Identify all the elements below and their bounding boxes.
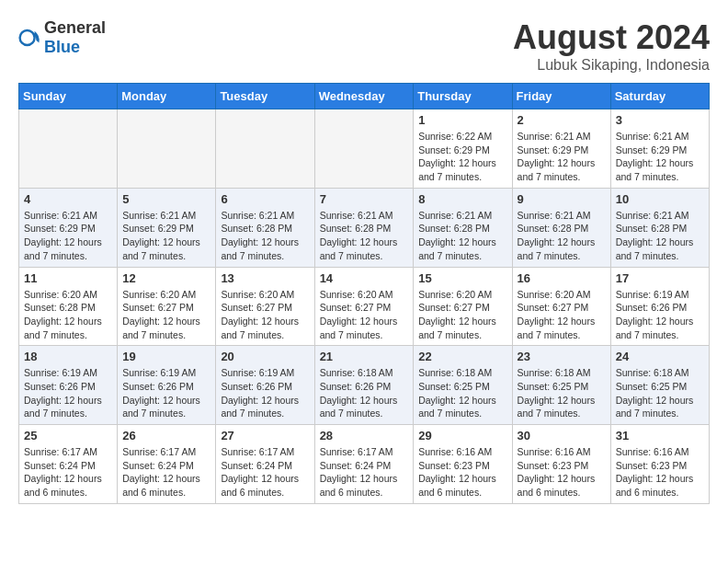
calendar-cell: 27Sunrise: 6:17 AMSunset: 6:24 PMDayligh… — [216, 425, 314, 504]
day-info: Sunrise: 6:20 AMSunset: 6:27 PMDaylight:… — [122, 288, 210, 342]
calendar-cell: 24Sunrise: 6:18 AMSunset: 6:25 PMDayligh… — [610, 346, 709, 425]
day-info: Sunrise: 6:17 AMSunset: 6:24 PMDaylight:… — [221, 445, 309, 500]
weekday-header-row: SundayMondayTuesdayWednesdayThursdayFrid… — [19, 84, 710, 109]
day-number: 9 — [518, 192, 606, 206]
day-info: Sunrise: 6:20 AMSunset: 6:27 PMDaylight:… — [418, 288, 506, 342]
logo-text: General Blue — [44, 18, 106, 57]
day-info: Sunrise: 6:21 AMSunset: 6:28 PMDaylight:… — [418, 209, 506, 263]
day-number: 14 — [320, 271, 409, 285]
calendar-cell: 16Sunrise: 6:20 AMSunset: 6:27 PMDayligh… — [512, 267, 610, 346]
calendar-cell — [118, 109, 216, 189]
calendar-cell: 30Sunrise: 6:16 AMSunset: 6:23 PMDayligh… — [512, 425, 610, 504]
day-number: 6 — [221, 192, 309, 206]
calendar-week-5: 25Sunrise: 6:17 AMSunset: 6:24 PMDayligh… — [19, 425, 710, 504]
day-number: 10 — [616, 192, 704, 206]
weekday-header-monday: Monday — [118, 84, 216, 109]
calendar-cell: 15Sunrise: 6:20 AMSunset: 6:27 PMDayligh… — [414, 267, 512, 346]
day-number: 17 — [616, 271, 704, 285]
location: Lubuk Sikaping, Indonesia — [513, 57, 710, 74]
month-year: August 2024 — [513, 18, 710, 57]
calendar-cell: 31Sunrise: 6:16 AMSunset: 6:23 PMDayligh… — [610, 425, 709, 504]
day-number: 23 — [518, 350, 606, 363]
calendar-cell — [216, 109, 314, 189]
day-info: Sunrise: 6:21 AMSunset: 6:29 PMDaylight:… — [616, 130, 704, 184]
calendar-cell: 26Sunrise: 6:17 AMSunset: 6:24 PMDayligh… — [118, 425, 216, 504]
day-info: Sunrise: 6:20 AMSunset: 6:27 PMDaylight:… — [320, 288, 409, 342]
calendar-cell: 13Sunrise: 6:20 AMSunset: 6:27 PMDayligh… — [216, 267, 314, 346]
title-block: August 2024 Lubuk Sikaping, Indonesia — [513, 18, 710, 74]
day-info: Sunrise: 6:16 AMSunset: 6:23 PMDaylight:… — [418, 445, 506, 500]
day-info: Sunrise: 6:16 AMSunset: 6:23 PMDaylight:… — [518, 445, 606, 500]
calendar-week-2: 4Sunrise: 6:21 AMSunset: 6:29 PMDaylight… — [19, 188, 710, 267]
day-number: 16 — [518, 271, 606, 285]
day-info: Sunrise: 6:21 AMSunset: 6:28 PMDaylight:… — [616, 209, 704, 263]
day-info: Sunrise: 6:21 AMSunset: 6:29 PMDaylight:… — [24, 209, 112, 263]
calendar-cell: 5Sunrise: 6:21 AMSunset: 6:29 PMDaylight… — [118, 188, 216, 267]
day-info: Sunrise: 6:17 AMSunset: 6:24 PMDaylight:… — [122, 445, 210, 500]
day-info: Sunrise: 6:20 AMSunset: 6:27 PMDaylight:… — [518, 288, 606, 342]
page-header: General Blue August 2024 Lubuk Sikaping,… — [18, 18, 710, 74]
day-number: 25 — [24, 429, 112, 442]
calendar-cell: 14Sunrise: 6:20 AMSunset: 6:27 PMDayligh… — [314, 267, 414, 346]
day-number: 30 — [518, 429, 606, 442]
weekday-header-wednesday: Wednesday — [314, 84, 414, 109]
day-info: Sunrise: 6:18 AMSunset: 6:26 PMDaylight:… — [320, 366, 409, 420]
calendar-cell: 23Sunrise: 6:18 AMSunset: 6:25 PMDayligh… — [512, 346, 610, 425]
weekday-header-saturday: Saturday — [610, 84, 709, 109]
calendar-cell: 18Sunrise: 6:19 AMSunset: 6:26 PMDayligh… — [19, 346, 118, 425]
day-info: Sunrise: 6:20 AMSunset: 6:28 PMDaylight:… — [24, 288, 112, 342]
calendar-cell: 8Sunrise: 6:21 AMSunset: 6:28 PMDaylight… — [414, 188, 512, 267]
calendar-cell: 6Sunrise: 6:21 AMSunset: 6:28 PMDaylight… — [216, 188, 314, 267]
calendar-cell — [314, 109, 414, 189]
calendar-table: SundayMondayTuesdayWednesdayThursdayFrid… — [18, 83, 710, 504]
calendar-cell: 28Sunrise: 6:17 AMSunset: 6:24 PMDayligh… — [314, 425, 414, 504]
day-info: Sunrise: 6:20 AMSunset: 6:27 PMDaylight:… — [221, 288, 309, 342]
calendar-cell: 4Sunrise: 6:21 AMSunset: 6:29 PMDaylight… — [19, 188, 118, 267]
day-info: Sunrise: 6:19 AMSunset: 6:26 PMDaylight:… — [122, 366, 210, 420]
day-number: 21 — [320, 350, 409, 363]
day-number: 26 — [122, 429, 210, 442]
day-number: 18 — [24, 350, 112, 363]
day-info: Sunrise: 6:21 AMSunset: 6:29 PMDaylight:… — [122, 209, 210, 263]
day-number: 27 — [221, 429, 309, 442]
calendar-cell: 29Sunrise: 6:16 AMSunset: 6:23 PMDayligh… — [414, 425, 512, 504]
calendar-week-1: 1Sunrise: 6:22 AMSunset: 6:29 PMDaylight… — [19, 109, 710, 189]
day-number: 24 — [616, 350, 704, 363]
day-info: Sunrise: 6:22 AMSunset: 6:29 PMDaylight:… — [418, 130, 506, 184]
day-info: Sunrise: 6:18 AMSunset: 6:25 PMDaylight:… — [518, 366, 606, 420]
calendar-cell: 25Sunrise: 6:17 AMSunset: 6:24 PMDayligh… — [19, 425, 118, 504]
calendar-cell: 11Sunrise: 6:20 AMSunset: 6:28 PMDayligh… — [19, 267, 118, 346]
calendar-cell: 3Sunrise: 6:21 AMSunset: 6:29 PMDaylight… — [610, 109, 709, 189]
day-info: Sunrise: 6:16 AMSunset: 6:23 PMDaylight:… — [616, 445, 704, 500]
svg-point-0 — [20, 30, 35, 45]
calendar-week-4: 18Sunrise: 6:19 AMSunset: 6:26 PMDayligh… — [19, 346, 710, 425]
day-number: 13 — [221, 271, 309, 285]
day-info: Sunrise: 6:17 AMSunset: 6:24 PMDaylight:… — [320, 445, 409, 500]
day-number: 12 — [122, 271, 210, 285]
logo-blue: Blue — [44, 38, 80, 56]
calendar-cell: 2Sunrise: 6:21 AMSunset: 6:29 PMDaylight… — [512, 109, 610, 189]
day-number: 31 — [616, 429, 704, 442]
calendar-cell: 21Sunrise: 6:18 AMSunset: 6:26 PMDayligh… — [314, 346, 414, 425]
day-info: Sunrise: 6:18 AMSunset: 6:25 PMDaylight:… — [616, 366, 704, 420]
logo-general: General — [44, 18, 106, 37]
day-number: 15 — [418, 271, 506, 285]
day-number: 20 — [221, 350, 309, 363]
weekday-header-thursday: Thursday — [414, 84, 512, 109]
calendar-week-3: 11Sunrise: 6:20 AMSunset: 6:28 PMDayligh… — [19, 267, 710, 346]
day-number: 28 — [320, 429, 409, 442]
day-info: Sunrise: 6:21 AMSunset: 6:28 PMDaylight:… — [518, 209, 606, 263]
day-info: Sunrise: 6:21 AMSunset: 6:28 PMDaylight:… — [221, 209, 309, 263]
calendar-cell: 17Sunrise: 6:19 AMSunset: 6:26 PMDayligh… — [610, 267, 709, 346]
calendar-cell: 19Sunrise: 6:19 AMSunset: 6:26 PMDayligh… — [118, 346, 216, 425]
day-number: 19 — [122, 350, 210, 363]
calendar-cell: 1Sunrise: 6:22 AMSunset: 6:29 PMDaylight… — [414, 109, 512, 189]
day-number: 5 — [122, 192, 210, 206]
logo-icon — [18, 27, 40, 49]
weekday-header-sunday: Sunday — [19, 84, 118, 109]
day-info: Sunrise: 6:17 AMSunset: 6:24 PMDaylight:… — [24, 445, 112, 500]
day-info: Sunrise: 6:18 AMSunset: 6:25 PMDaylight:… — [418, 366, 506, 420]
calendar-cell: 7Sunrise: 6:21 AMSunset: 6:28 PMDaylight… — [314, 188, 414, 267]
day-number: 4 — [24, 192, 112, 206]
day-info: Sunrise: 6:19 AMSunset: 6:26 PMDaylight:… — [221, 366, 309, 420]
